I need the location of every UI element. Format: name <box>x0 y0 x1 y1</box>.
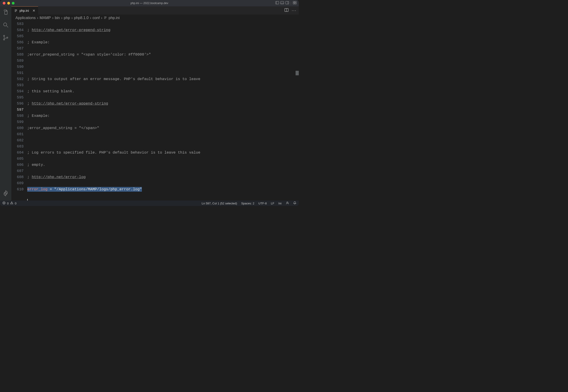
code-link[interactable]: http://php.net/error-prepend-string <box>32 28 111 32</box>
code-key: error_log <box>27 187 47 192</box>
line-number[interactable]: 595 <box>11 94 24 100</box>
line-number[interactable]: 594 <box>11 88 24 94</box>
line-number[interactable]: 586 <box>11 39 24 45</box>
window-title: php.ini — 2022.bootcamp.dev <box>131 1 168 5</box>
line-number[interactable]: 604 <box>11 150 24 156</box>
tab-filename: php.ini <box>19 9 29 13</box>
line-number[interactable]: 602 <box>11 137 24 143</box>
svg-point-12 <box>3 35 4 36</box>
eol[interactable]: LF <box>271 202 274 205</box>
line-number[interactable]: 606 <box>11 162 24 168</box>
indentation[interactable]: Spaces: 2 <box>241 202 254 205</box>
cursor-position[interactable]: Ln 597, Col 1 (52 selected) <box>202 202 237 205</box>
svg-rect-8 <box>293 3 294 4</box>
code-text: ;error_prepend_string = "<span style='co… <box>27 52 299 58</box>
svg-point-13 <box>3 39 4 40</box>
editor-body[interactable]: 5835845855865875885895905915925935945955… <box>11 21 299 200</box>
svg-point-15 <box>5 193 7 194</box>
line-number[interactable]: 585 <box>11 33 24 39</box>
breadcrumb[interactable]: Applications› MAMP› bin› php› php8.1.0› … <box>11 14 299 21</box>
language-mode[interactable]: Ini <box>278 202 281 205</box>
minimize-window-button[interactable] <box>7 2 10 4</box>
line-number[interactable]: 587 <box>11 45 24 52</box>
line-number[interactable]: 600 <box>11 125 24 131</box>
line-number[interactable]: 603 <box>11 143 24 150</box>
toggle-sidebar-icon[interactable] <box>275 1 279 5</box>
svg-point-10 <box>4 23 7 26</box>
line-number[interactable]: 589 <box>11 58 24 64</box>
svg-rect-9 <box>295 3 296 4</box>
line-number[interactable]: 601 <box>11 131 24 137</box>
close-window-button[interactable] <box>3 2 5 4</box>
more-actions-icon[interactable]: ··· <box>292 8 296 13</box>
line-number[interactable]: 593 <box>11 82 24 88</box>
svg-point-14 <box>7 37 8 38</box>
line-number[interactable]: 608 <box>11 174 24 180</box>
line-number[interactable]: 607 <box>11 168 24 174</box>
code-value: "/Applications/MAMP/logs/php_error.log" <box>54 187 142 192</box>
title-bar: php.ini — 2022.bootcamp.dev <box>0 0 299 6</box>
line-number[interactable]: 584 <box>11 27 24 33</box>
source-control-icon[interactable] <box>2 34 9 42</box>
errors-icon[interactable] <box>2 201 6 205</box>
file-icon <box>14 9 18 13</box>
line-number-gutter[interactable]: 5835845855865875885895905915925935945955… <box>11 21 27 200</box>
line-number[interactable]: 609 <box>11 180 24 186</box>
line-number[interactable]: 591 <box>11 70 24 76</box>
toggle-secondary-sidebar-icon[interactable] <box>285 1 289 5</box>
close-tab-icon[interactable]: ✕ <box>32 9 35 13</box>
chevron-right-icon: › <box>52 16 54 20</box>
encoding[interactable]: UTF-8 <box>258 202 267 205</box>
feedback-icon[interactable] <box>286 201 289 205</box>
settings-gear-icon[interactable] <box>2 190 9 197</box>
scrollbar-marker[interactable] <box>296 71 299 75</box>
breadcrumb-segment[interactable]: Applications <box>15 16 36 20</box>
chevron-right-icon: › <box>37 16 38 20</box>
text-cursor <box>27 199 28 200</box>
svg-rect-6 <box>293 1 294 2</box>
layout-controls <box>275 1 296 5</box>
code-link[interactable]: http://php.net/error-log <box>32 175 86 179</box>
status-bar: 0 0 Ln 597, Col 1 (52 selected) Spaces: … <box>0 200 299 206</box>
code-link[interactable]: http://php.net/error-append-string <box>32 101 108 106</box>
breadcrumb-segment[interactable]: bin <box>55 16 60 20</box>
code-text <box>27 64 299 70</box>
errors-count[interactable]: 0 <box>7 202 9 205</box>
code-text: ; <box>27 28 32 32</box>
svg-point-29 <box>287 202 288 203</box>
line-number[interactable]: 590 <box>11 64 24 70</box>
toggle-panel-icon[interactable] <box>280 1 284 5</box>
svg-rect-0 <box>276 1 279 4</box>
line-number[interactable]: 583 <box>11 21 24 27</box>
search-icon[interactable] <box>2 22 9 29</box>
customize-layout-icon[interactable] <box>293 1 296 5</box>
explorer-icon[interactable] <box>2 9 9 16</box>
line-number[interactable]: 610 <box>11 186 24 192</box>
code-text: ; empty. <box>27 162 299 168</box>
file-icon <box>103 16 107 19</box>
separator <box>291 1 291 5</box>
fullscreen-window-button[interactable] <box>12 2 15 4</box>
svg-rect-2 <box>281 1 284 4</box>
breadcrumb-segment[interactable]: php <box>64 16 70 20</box>
breadcrumb-segment[interactable]: php8.1.0 <box>74 16 88 20</box>
breadcrumb-segment[interactable]: conf <box>93 16 100 20</box>
line-number[interactable]: 598 <box>11 113 24 119</box>
warnings-icon[interactable] <box>10 201 13 205</box>
code-text <box>27 137 299 143</box>
line-number[interactable]: 588 <box>11 52 24 58</box>
svg-rect-7 <box>295 1 296 2</box>
line-number[interactable]: 592 <box>11 76 24 82</box>
breadcrumb-segment[interactable]: MAMP <box>40 16 51 20</box>
line-number[interactable]: 597 <box>11 107 24 113</box>
line-number[interactable]: 599 <box>11 119 24 125</box>
line-number[interactable]: 605 <box>11 156 24 162</box>
warnings-count[interactable]: 0 <box>15 202 16 205</box>
split-editor-icon[interactable] <box>284 8 289 13</box>
code-text: ;error_append_string = "</span>" <box>27 125 299 131</box>
breadcrumb-file[interactable]: php.ini <box>109 16 120 20</box>
tab-php-ini[interactable]: php.ini ✕ <box>11 6 38 14</box>
line-number[interactable]: 596 <box>11 100 24 107</box>
notifications-icon[interactable] <box>293 201 296 205</box>
code-area[interactable]: ; http://php.net/error-prepend-string ; … <box>27 21 299 200</box>
